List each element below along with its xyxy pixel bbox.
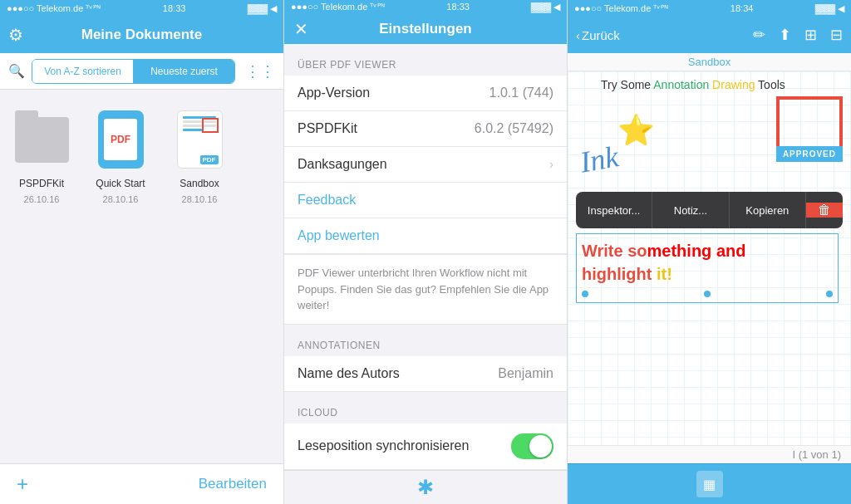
context-menu: Inspektor... Notiz... Kopieren 🗑 xyxy=(576,192,843,228)
delete-menu-item[interactable]: 🗑 xyxy=(806,203,843,218)
list-item[interactable]: PDF Sandbox 28.10.16 xyxy=(166,106,233,204)
battery-2: ▓▓▓ ◀ xyxy=(531,2,560,12)
highlight-text: highlight xyxy=(582,265,657,283)
settings-title: Einstellungen xyxy=(379,21,471,37)
close-button[interactable]: ✕ xyxy=(294,19,308,39)
ink-annotation[interactable]: Ink xyxy=(578,139,622,179)
edit-nav-icon[interactable]: ✏ xyxy=(753,26,765,44)
try-some-text: Try Some xyxy=(601,78,653,91)
book-nav-icon[interactable]: ⊞ xyxy=(804,26,817,44)
promo-section: PDF Viewer unterbricht Ihren Workflow ni… xyxy=(284,254,567,325)
pdf-viewer-shape: PDF xyxy=(98,110,144,169)
settings-bottom-bar: ✱ xyxy=(284,470,567,504)
author-value: Benjamin xyxy=(498,366,553,381)
handle-tc xyxy=(704,291,711,297)
add-document-button[interactable]: + xyxy=(17,472,28,496)
sandbox-shape: PDF xyxy=(177,110,223,169)
sandbox-bottom-bar: ▦ xyxy=(568,463,851,504)
grid-nav-icon[interactable]: ⊟ xyxy=(830,26,843,44)
time-2: 18:33 xyxy=(446,2,470,12)
section-about: ÜBER PDF VIEWER xyxy=(284,44,567,76)
chevron-right-icon: › xyxy=(549,157,553,172)
doc-date: 26.10.16 xyxy=(24,194,60,204)
inspector-menu-item[interactable]: Inspektor... xyxy=(576,192,652,228)
drawing-word: Drawing xyxy=(709,78,755,91)
list-item[interactable]: PSPDFKit 26.10.16 xyxy=(8,106,75,204)
settings-nav: ✕ Einstellungen xyxy=(284,14,567,45)
sandbox-nav: ‹ Zurück ✏ ⬆ ⊞ ⊟ xyxy=(568,17,851,53)
list-view-icon[interactable]: ⋮⋮ xyxy=(245,62,275,81)
thumbnail-icon: ▦ xyxy=(703,477,716,492)
sort-buttons: Von A-Z sortieren Neueste zuerst xyxy=(32,59,235,84)
sort-az-button[interactable]: Von A-Z sortieren xyxy=(32,60,134,83)
section-annotations: ANNOTATIONEN xyxy=(284,325,567,356)
rate-app-link[interactable]: App bewerten xyxy=(298,228,380,243)
back-label: Zurück xyxy=(582,28,620,42)
settings-row-thanks[interactable]: Danksagungen › xyxy=(284,147,567,183)
toolbar-1: 🔍 Von A-Z sortieren Neueste zuerst ⋮⋮ xyxy=(0,53,283,90)
close-annotation-button[interactable]: ✕ xyxy=(578,93,596,111)
status-bar-1: ●●●○○ Telekom.de ᵀᵛᴾᴺ 18:33 ▓▓▓ ◀ xyxy=(0,0,283,17)
tools-word: Tools xyxy=(755,78,785,91)
share-nav-icon[interactable]: ⬆ xyxy=(779,26,791,44)
panel-sandbox: ●●●○○ Telekom.de ᵀᵛᴾᴺ 18:34 ▓▓▓ ◀ ‹ Zurü… xyxy=(567,0,851,504)
settings-icon[interactable]: ⚙ xyxy=(8,25,23,45)
carrier-signal-1: ●●●○○ Telekom.de ᵀᵛᴾᴺ xyxy=(7,3,101,14)
author-label: Name des Autors xyxy=(298,366,400,381)
selection-handles xyxy=(582,291,833,297)
status-bar-2: ●●●○○ Telekom.de ᵀᵛᴾᴺ 18:33 ▓▓▓ ◀ xyxy=(284,0,567,14)
battery-1: ▓▓▓ ◀ xyxy=(248,3,277,14)
note-menu-item[interactable]: Notiz... xyxy=(652,192,729,228)
time-3: 18:34 xyxy=(730,3,754,13)
doc-name: Sandbox xyxy=(180,178,219,189)
thanks-label: Danksagungen xyxy=(298,157,387,172)
battery-3: ▓▓▓ ◀ xyxy=(815,3,844,14)
sort-newest-button[interactable]: Neueste zuerst xyxy=(134,60,234,83)
panel-settings: ●●●○○ Telekom.de ᵀᵛᴾᴺ 18:33 ▓▓▓ ◀ ✕ Eins… xyxy=(283,0,567,504)
list-item[interactable]: PDF Quick Start 28.10.16 xyxy=(87,106,154,204)
highlight-it-text: it! xyxy=(657,265,672,283)
handle-tl xyxy=(582,291,588,297)
doc-date: 28.10.16 xyxy=(182,194,218,204)
star-annotation[interactable]: ⭐ xyxy=(617,113,655,148)
feedback-link[interactable]: Feedback xyxy=(298,193,356,208)
settings-row-pspdfkit: PSPDFKit 6.0.2 (57492) xyxy=(284,111,567,147)
sandbox-doc-icon: PDF xyxy=(170,106,229,173)
pspdfkit-value: 6.0.2 (57492) xyxy=(475,121,553,136)
copy-menu-item[interactable]: Kopieren xyxy=(730,192,806,228)
annotation-word: Annotation xyxy=(653,78,709,91)
chevron-left-icon: ‹ xyxy=(576,28,580,42)
pspdfkit-label: PSPDFKit xyxy=(298,121,357,136)
panel-documents: ●●●○○ Telekom.de ᵀᵛᴾᴺ 18:33 ▓▓▓ ◀ ⚙ Mein… xyxy=(0,0,283,504)
handle-tr xyxy=(826,291,833,297)
promo-text: PDF Viewer unterbricht Ihren Workflow ni… xyxy=(298,265,553,314)
settings-row-author[interactable]: Name des Autors Benjamin xyxy=(284,356,567,392)
app-version-label: App-Version xyxy=(298,86,370,100)
annotation-header-text: Try Some Annotation Drawing Tools xyxy=(601,78,785,91)
thumbnail-view-button[interactable]: ▦ xyxy=(696,471,723,497)
settings-row-appversion: App-Version 1.0.1 (744) xyxy=(284,76,567,111)
sandbox-title: Sandbox xyxy=(688,56,730,68)
text-selection-box[interactable]: Write something and highlight it! xyxy=(576,233,839,303)
doc-date: 28.10.16 xyxy=(103,194,139,204)
carrier-signal-2: ●●●○○ Telekom.de ᵀᵛᴾᴺ xyxy=(291,2,385,12)
folder-shape xyxy=(15,117,69,163)
back-button[interactable]: ‹ Zurück xyxy=(576,28,620,42)
doc-name: PSPDFKit xyxy=(19,178,64,189)
nav-bar-1: ⚙ Meine Dokumente xyxy=(0,17,283,53)
nav-title-1: Meine Dokumente xyxy=(81,27,202,43)
settings-row-rate[interactable]: App bewerten xyxy=(284,218,567,254)
pdf-content-area[interactable]: ✕ Try Some Annotation Drawing Tools ⭐ In… xyxy=(568,71,851,445)
search-icon[interactable]: 🔍 xyxy=(8,63,25,79)
write-text: Write something and highlight it! xyxy=(582,239,833,286)
sync-toggle[interactable] xyxy=(511,433,553,459)
folder-doc-icon xyxy=(12,106,71,173)
docs-grid: PSPDFKit 26.10.16 PDF Quick Start 28.10.… xyxy=(0,90,283,221)
approved-stamp[interactable]: APPROVED xyxy=(776,146,843,162)
settings-row-feedback[interactable]: Feedback xyxy=(284,183,567,218)
edit-button[interactable]: Bearbeiten xyxy=(199,476,267,492)
page-number: I (1 von 1) xyxy=(792,448,841,461)
write-something-text2: mething and xyxy=(647,242,746,260)
pspdfkit-logo-icon: ✱ xyxy=(417,476,434,499)
page-indicator: I (1 von 1) xyxy=(568,445,851,463)
